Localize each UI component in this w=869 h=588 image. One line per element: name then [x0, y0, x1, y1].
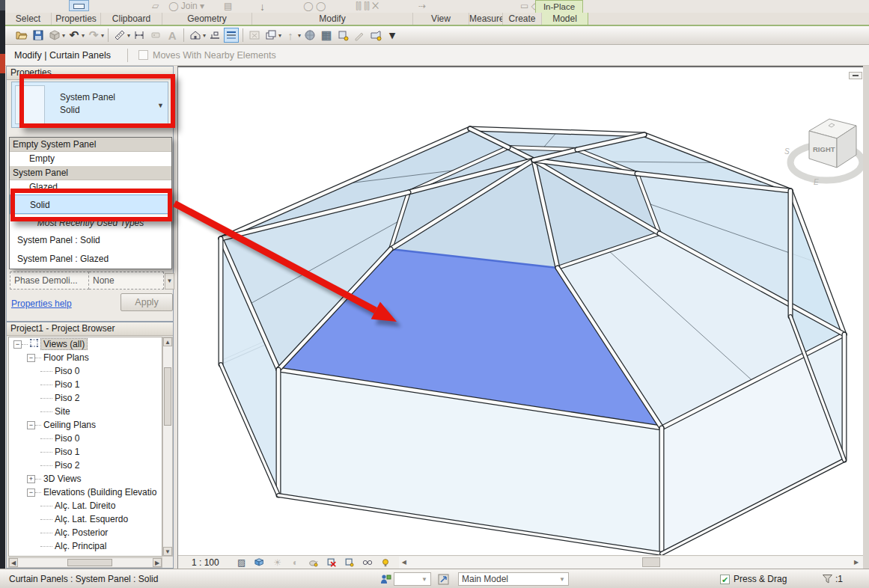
collapse-icon[interactable]: −: [27, 421, 35, 429]
properties-help-link[interactable]: Properties help: [11, 298, 72, 309]
tree-item-label[interactable]: Site: [52, 406, 73, 417]
ribbon-panel-label-measure[interactable]: Measure: [469, 13, 503, 25]
temporary-hide-isolate-icon[interactable]: [360, 557, 375, 569]
chevron-down-icon[interactable]: ▾: [101, 32, 104, 39]
render-icon[interactable]: [302, 28, 317, 43]
tag-by-category-icon[interactable]: [148, 28, 163, 43]
ribbon-panel-label-select[interactable]: Select: [5, 13, 52, 25]
tree-item-piso-2[interactable]: Piso 2: [9, 459, 162, 472]
tree-item-piso-2[interactable]: Piso 2: [9, 391, 162, 405]
reveal-hidden-elements-icon[interactable]: [378, 557, 393, 569]
expand-icon[interactable]: +: [27, 475, 35, 483]
viewcube[interactable]: S E RIGHT: [784, 119, 862, 186]
open-icon[interactable]: [14, 28, 29, 43]
horizontal-scrollbar[interactable]: ◀ ▶: [8, 557, 162, 568]
visual-style-icon[interactable]: [252, 557, 267, 569]
chevron-down-icon[interactable]: ▾: [298, 32, 301, 39]
tree-item-elevations-building-elevatio[interactable]: −Elevations (Building Elevatio: [9, 486, 162, 499]
redo-icon[interactable]: ↷: [86, 28, 101, 43]
scroll-up-icon[interactable]: ▲: [163, 337, 172, 346]
collapse-icon[interactable]: −: [27, 556, 35, 557]
collapse-icon[interactable]: −: [13, 340, 22, 349]
activate-view-icon[interactable]: ↑: [283, 28, 298, 43]
scroll-down-icon[interactable]: ▼: [163, 547, 172, 556]
tree-item-label[interactable]: Alç. Principal: [52, 541, 109, 551]
tree-item-piso-0[interactable]: Piso 0: [9, 364, 162, 378]
tree-item-label[interactable]: Piso 0: [52, 433, 82, 444]
vertical-scrollbar[interactable]: ▲ ▼: [162, 337, 173, 557]
tree-item-al-lat-esquerdo[interactable]: Alç. Lat. Esquerdo: [9, 512, 162, 526]
tree-item-label[interactable]: Piso 0: [52, 366, 82, 376]
tree-item-label[interactable]: Alç. Posterior: [52, 527, 110, 538]
design-options-dropdown[interactable]: Main Model▼: [458, 572, 569, 586]
dropdown-item-system-panel-solid[interactable]: System Panel : Solid: [10, 231, 171, 250]
ribbon-panel-label-modify[interactable]: Modify: [252, 13, 413, 25]
scroll-right-icon[interactable]: ▶: [851, 557, 862, 568]
tree-item-ceiling-plans[interactable]: −Ceiling Plans: [9, 418, 162, 432]
dropdown-item-system-panel-glazed[interactable]: System Panel : Glazed: [10, 250, 171, 269]
section-icon[interactable]: [207, 28, 222, 43]
tree-item-label[interactable]: Sections (Building Section): [41, 554, 153, 557]
tree-item-label[interactable]: Piso 1: [52, 379, 82, 390]
sync-with-central-icon[interactable]: [47, 28, 62, 43]
tree-item-label[interactable]: Alç. Lat. Esquerdo: [52, 514, 130, 524]
chevron-down-icon[interactable]: ▾: [278, 32, 281, 39]
selection-filter-icon[interactable]: :1: [822, 569, 843, 588]
tree-item-label[interactable]: 3D Views: [41, 474, 83, 484]
moves-with-nearby-checkbox[interactable]: [138, 50, 148, 60]
undo-icon[interactable]: ↶: [67, 28, 82, 43]
customize-qat-icon[interactable]: ▾: [385, 28, 400, 43]
chevron-down-icon[interactable]: ▾: [203, 32, 206, 39]
tree-item-piso-0[interactable]: Piso 0: [9, 432, 162, 445]
worksets-icon[interactable]: [379, 569, 391, 588]
tree-item-floor-plans[interactable]: −Floor Plans: [9, 351, 162, 364]
tree-item-al-principal[interactable]: Alç. Principal: [9, 539, 162, 553]
ribbon-panel-label-properties[interactable]: Properties: [52, 13, 101, 25]
chevron-down-icon[interactable]: ▾: [62, 32, 65, 39]
camera-icon[interactable]: [368, 28, 383, 43]
project-browser-title[interactable]: Project1 - Project Browser: [7, 322, 173, 336]
tree-item-al-posterior[interactable]: Alç. Posterior: [9, 526, 162, 539]
ribbon-panel-label-geometry[interactable]: Geometry: [162, 13, 252, 25]
model-3d-view[interactable]: S E RIGHT: [178, 67, 863, 555]
default-3d-view-icon[interactable]: [188, 28, 203, 43]
apply-button[interactable]: Apply: [121, 293, 173, 311]
chevron-down-icon[interactable]: ▾: [127, 32, 130, 39]
tree-item-piso-1[interactable]: Piso 1: [9, 445, 162, 459]
drawing-horizontal-scrollbar[interactable]: ◀ ▶: [399, 557, 863, 569]
sun-path-icon[interactable]: ☀: [270, 557, 285, 569]
aligned-dimension-icon[interactable]: [132, 28, 147, 43]
tree-item-al-lat-direito[interactable]: Alç. Lat. Direito: [9, 499, 162, 512]
scale-button[interactable]: 1 : 100: [192, 557, 219, 568]
ribbon-panel-label-model[interactable]: Model: [542, 13, 588, 25]
tree-item-label[interactable]: Elevations (Building Elevatio: [41, 487, 159, 497]
scroll-left-icon[interactable]: ◀: [399, 557, 409, 568]
thin-lines-icon[interactable]: [224, 28, 239, 43]
shadows-icon[interactable]: ◐: [288, 557, 303, 569]
ribbon-panel-label-view[interactable]: View: [413, 13, 469, 25]
detail-level-icon[interactable]: ▨: [234, 557, 249, 569]
view-window-minimize[interactable]: [849, 72, 862, 79]
ribbon-panel-label-create[interactable]: Create: [503, 13, 542, 25]
elevation-tag-icon[interactable]: [335, 28, 350, 43]
tree-item-label[interactable]: Ceiling Plans: [41, 420, 98, 430]
sketch-icon[interactable]: [352, 28, 367, 43]
tree-item-label[interactable]: Alç. Lat. Direito: [52, 500, 118, 511]
tree-item-label[interactable]: Piso 2: [52, 460, 82, 471]
tree-item-label[interactable]: Piso 1: [52, 447, 82, 457]
design-options-icon[interactable]: [437, 569, 450, 588]
ribbon-panel-label-clipboard[interactable]: Clipboard: [101, 13, 162, 25]
tree-item-site[interactable]: Site: [9, 405, 162, 418]
tree-item-label[interactable]: Floor Plans: [41, 352, 91, 363]
collapse-icon[interactable]: −: [27, 354, 35, 362]
show-rendering-dialog-icon[interactable]: [306, 557, 321, 569]
tree-item-sections-building-section-[interactable]: −Sections (Building Section): [9, 553, 162, 557]
switch-windows-icon[interactable]: [263, 28, 278, 43]
worksets-dropdown[interactable]: ▼: [394, 572, 431, 586]
tree-item-views-all-[interactable]: −Views (all): [9, 337, 162, 351]
show-crop-region-icon[interactable]: [342, 557, 357, 569]
press-drag-checkbox[interactable]: ✔Press & Drag: [720, 569, 787, 588]
tree-item-3d-views[interactable]: +3D Views: [9, 472, 162, 486]
phase-demolished-value[interactable]: None: [89, 272, 164, 290]
crop-view-icon[interactable]: [324, 557, 339, 569]
